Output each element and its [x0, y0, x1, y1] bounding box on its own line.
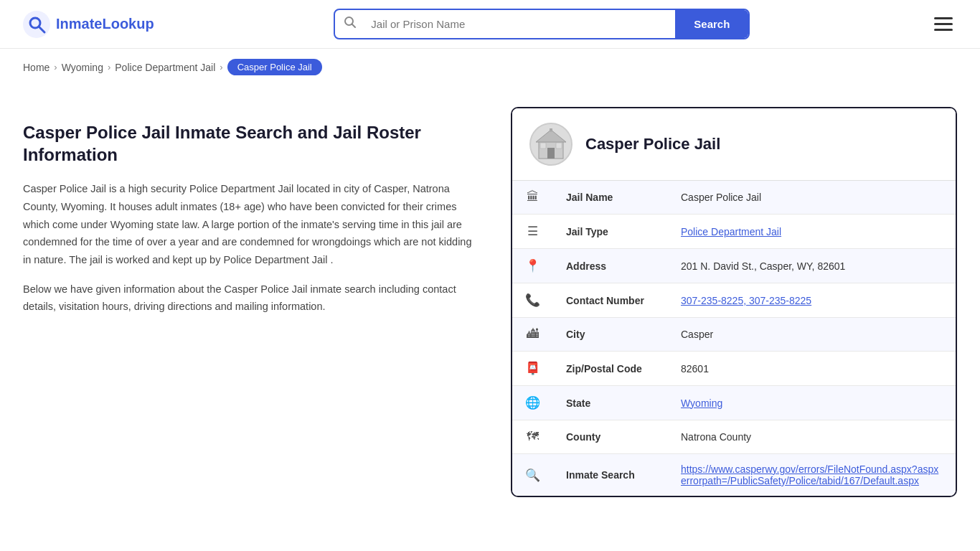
logo-link[interactable]: InmateLookup: [23, 11, 154, 38]
description-para-1: Casper Police Jail is a high security Po…: [23, 180, 482, 268]
table-row: 🗺CountyNatrona County: [512, 420, 956, 454]
row-label: County: [553, 420, 668, 454]
info-card: Casper Police Jail 🏛Jail NameCasper Poli…: [511, 107, 957, 497]
table-row: 📞Contact Number307-235-8225, 307-235-822…: [512, 283, 956, 318]
table-row: 📮Zip/Postal Code82601: [512, 352, 956, 386]
main-content: Casper Police Jail Inmate Search and Jai…: [0, 85, 980, 526]
svg-line-4: [352, 24, 356, 28]
row-value: 82601: [668, 352, 956, 386]
row-icon: 🏛: [512, 181, 553, 215]
breadcrumb: Home › Wyoming › Police Department Jail …: [0, 49, 980, 85]
row-label: City: [553, 318, 668, 352]
row-icon: ☰: [512, 215, 553, 249]
svg-rect-7: [547, 148, 555, 159]
info-table: 🏛Jail NameCasper Police Jail☰Jail TypePo…: [512, 181, 956, 496]
row-value: Natrona County: [668, 420, 956, 454]
svg-rect-11: [550, 128, 552, 131]
page-heading: Casper Police Jail Inmate Search and Jai…: [23, 121, 482, 166]
breadcrumb-sep-1: ›: [54, 62, 57, 72]
row-value: Casper Police Jail: [668, 181, 956, 215]
svg-rect-9: [556, 143, 562, 149]
header: InmateLookup Search: [0, 0, 980, 49]
row-label: Contact Number: [553, 283, 668, 318]
breadcrumb-police-dept[interactable]: Police Department Jail: [115, 62, 215, 73]
jail-avatar: [529, 123, 573, 166]
svg-point-0: [23, 11, 50, 38]
logo-text: InmateLookup: [56, 16, 154, 32]
row-icon: 📞: [512, 283, 553, 318]
hamburger-menu[interactable]: [930, 13, 957, 35]
row-value[interactable]: Wyoming: [668, 386, 956, 420]
jail-building-icon: [533, 126, 569, 162]
row-icon: 🔍: [512, 454, 553, 496]
table-row: 🌐StateWyoming: [512, 386, 956, 420]
search-bar-icon: [335, 16, 365, 32]
row-icon: 📍: [512, 249, 553, 283]
description-para-2: Below we have given information about th…: [23, 281, 482, 316]
table-row: 🏙CityCasper: [512, 318, 956, 352]
row-link[interactable]: Police Department Jail: [681, 226, 781, 237]
row-icon: 🏙: [512, 318, 553, 352]
row-icon: 📮: [512, 352, 553, 386]
row-value: Casper: [668, 318, 956, 352]
row-label: Inmate Search: [553, 454, 668, 496]
row-icon: 🌐: [512, 386, 553, 420]
table-row: ☰Jail TypePolice Department Jail: [512, 215, 956, 249]
row-label: Address: [553, 249, 668, 283]
table-row: 🏛Jail NameCasper Police Jail: [512, 181, 956, 215]
hamburger-line-2: [934, 23, 953, 25]
breadcrumb-current: Casper Police Jail: [227, 59, 322, 75]
row-value: 201 N. David St., Casper, WY, 82601: [668, 249, 956, 283]
row-label: Zip/Postal Code: [553, 352, 668, 386]
card-header: Casper Police Jail: [512, 108, 956, 181]
row-link[interactable]: 307-235-8225, 307-235-8225: [681, 295, 811, 306]
hamburger-line-1: [934, 17, 953, 19]
breadcrumb-sep-3: ›: [220, 62, 222, 72]
row-icon: 🗺: [512, 420, 553, 454]
table-row: 📍Address201 N. David St., Casper, WY, 82…: [512, 249, 956, 283]
row-link[interactable]: https://www.casperwy.gov/errors/FileNotF…: [681, 463, 938, 486]
search-button[interactable]: Search: [675, 10, 748, 38]
breadcrumb-home[interactable]: Home: [23, 62, 50, 73]
search-input[interactable]: [365, 11, 675, 37]
left-column: Casper Police Jail Inmate Search and Jai…: [23, 107, 482, 497]
hamburger-line-3: [934, 29, 953, 31]
search-bar: Search: [334, 9, 750, 39]
row-label: Jail Name: [553, 181, 668, 215]
row-label: State: [553, 386, 668, 420]
row-label: Jail Type: [553, 215, 668, 249]
breadcrumb-wyoming[interactable]: Wyoming: [62, 62, 103, 73]
card-title: Casper Police Jail: [585, 135, 720, 154]
row-value[interactable]: Police Department Jail: [668, 215, 956, 249]
breadcrumb-sep-2: ›: [108, 62, 110, 72]
row-value[interactable]: 307-235-8225, 307-235-8225: [668, 283, 956, 318]
logo-icon: [23, 11, 50, 38]
svg-rect-8: [540, 143, 546, 149]
row-link[interactable]: Wyoming: [681, 397, 722, 409]
table-row: 🔍Inmate Searchhttps://www.casperwy.gov/e…: [512, 454, 956, 496]
row-value[interactable]: https://www.casperwy.gov/errors/FileNotF…: [668, 454, 956, 496]
